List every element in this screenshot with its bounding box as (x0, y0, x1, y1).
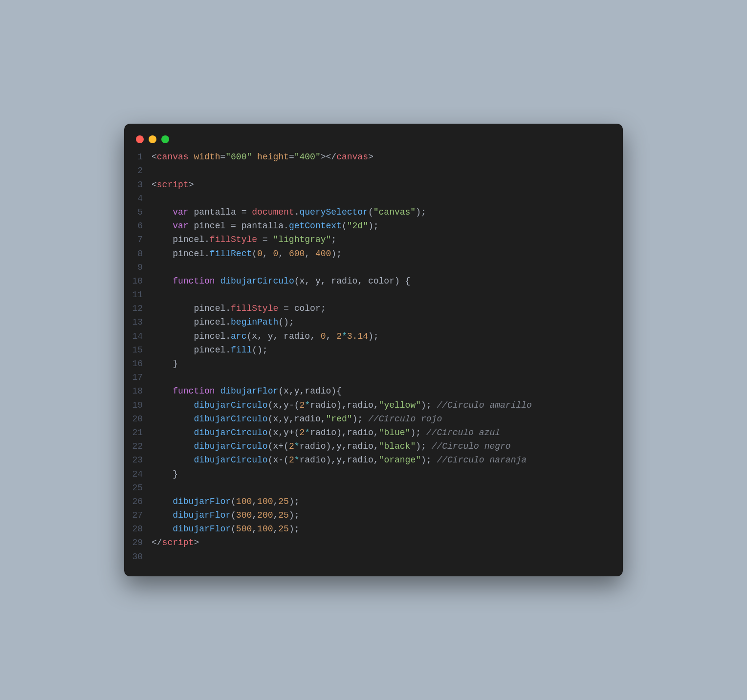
code-line[interactable]: } (152, 467, 613, 481)
line-number: 10 (124, 274, 143, 288)
maximize-icon[interactable] (161, 135, 169, 143)
line-number: 19 (124, 398, 143, 412)
line-number: 9 (124, 261, 143, 274)
code-line[interactable]: dibujarCirculo(x-(2*radio),y,radio,"oran… (152, 453, 613, 467)
code-line[interactable] (152, 164, 613, 177)
line-number: 11 (124, 288, 143, 302)
line-number: 7 (124, 233, 143, 246)
code-line[interactable] (152, 550, 613, 564)
line-number: 29 (124, 536, 143, 549)
code-line[interactable]: pincel.arc(x, y, radio, 0, 2*3.14); (152, 329, 613, 343)
code-window: 1234567891011121314151617181920212223242… (124, 124, 623, 576)
line-number: 23 (124, 453, 143, 467)
code-line[interactable]: var pantalla = document.querySelector("c… (152, 205, 613, 219)
minimize-icon[interactable] (149, 135, 156, 143)
window-titlebar (124, 132, 623, 150)
code-line[interactable]: pincel.fillRect(0, 0, 600, 400); (152, 247, 613, 261)
code-line[interactable] (152, 371, 613, 384)
code-line[interactable]: pincel.fillStyle = color; (152, 302, 613, 315)
code-line[interactable]: pincel.fillStyle = "lightgray"; (152, 233, 613, 246)
line-number: 30 (124, 550, 143, 564)
line-number: 22 (124, 439, 143, 453)
code-line[interactable]: } (152, 357, 613, 371)
line-number: 3 (124, 178, 143, 192)
code-line[interactable]: dibujarFlor(100,100,25); (152, 495, 613, 508)
line-number: 1 (124, 150, 143, 164)
line-number: 27 (124, 508, 143, 522)
code-line[interactable]: pincel.beginPath(); (152, 315, 613, 329)
code-line[interactable]: </script> (152, 536, 613, 549)
code-line[interactable]: dibujarFlor(500,100,25); (152, 522, 613, 536)
code-line[interactable] (152, 192, 613, 205)
line-number: 15 (124, 343, 143, 357)
line-number: 5 (124, 205, 143, 219)
line-number: 12 (124, 302, 143, 315)
line-number: 6 (124, 219, 143, 233)
line-number: 14 (124, 329, 143, 343)
code-line[interactable]: <canvas width="600" height="400"></canva… (152, 150, 613, 164)
line-number: 4 (124, 192, 143, 205)
code-line[interactable] (152, 288, 613, 302)
line-number: 28 (124, 522, 143, 536)
line-number: 25 (124, 481, 143, 495)
code-line[interactable]: dibujarCirculo(x+(2*radio),y,radio,"blac… (152, 439, 613, 453)
line-number: 26 (124, 495, 143, 508)
code-line[interactable] (152, 481, 613, 495)
line-number: 8 (124, 247, 143, 261)
line-number: 2 (124, 164, 143, 177)
line-number: 13 (124, 315, 143, 329)
line-number: 24 (124, 467, 143, 481)
line-number: 18 (124, 384, 143, 398)
code-line[interactable] (152, 261, 613, 274)
line-number: 21 (124, 426, 143, 439)
code-line[interactable]: dibujarCirculo(x,y-(2*radio),radio,"yell… (152, 398, 613, 412)
close-icon[interactable] (136, 135, 144, 143)
code-line[interactable]: function dibujarFlor(x,y,radio){ (152, 384, 613, 398)
code-line[interactable]: dibujarFlor(300,200,25); (152, 508, 613, 522)
line-number: 16 (124, 357, 143, 371)
code-area[interactable]: <canvas width="600" height="400"></canva… (152, 150, 613, 564)
code-line[interactable]: pincel.fill(); (152, 343, 613, 357)
line-number: 20 (124, 412, 143, 426)
code-line[interactable]: var pincel = pantalla.getContext("2d"); (152, 219, 613, 233)
line-number: 17 (124, 371, 143, 384)
code-line[interactable]: dibujarCirculo(x,y+(2*radio),radio,"blue… (152, 426, 613, 439)
code-line[interactable]: function dibujarCirculo(x, y, radio, col… (152, 274, 613, 288)
code-line[interactable]: <script> (152, 178, 613, 192)
code-editor[interactable]: 1234567891011121314151617181920212223242… (124, 150, 623, 564)
code-line[interactable]: dibujarCirculo(x,y,radio,"red"); //Circu… (152, 412, 613, 426)
line-number-gutter: 1234567891011121314151617181920212223242… (124, 150, 152, 564)
